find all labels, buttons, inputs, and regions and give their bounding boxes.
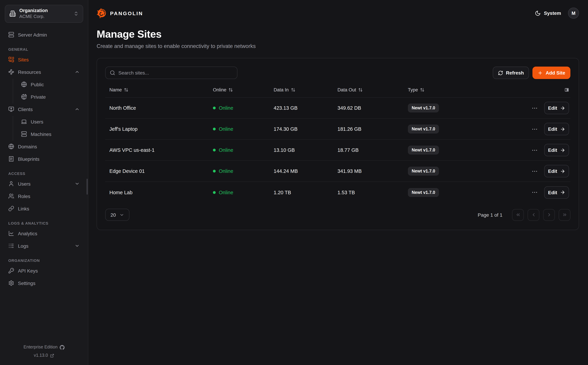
sidebar-item-private[interactable]: Private <box>18 91 83 103</box>
type-badge: Newt v1.7.0 <box>408 167 439 175</box>
column-header-name[interactable]: Name <box>105 87 209 92</box>
columns-toggle-button[interactable] <box>565 88 569 92</box>
site-data-out: 341.93 MB <box>333 168 404 174</box>
sort-icon <box>291 88 295 92</box>
page-status: Page 1 of 1 <box>478 212 502 218</box>
type-badge: Newt v1.7.0 <box>408 125 439 133</box>
theme-toggle[interactable]: System <box>535 10 561 16</box>
site-status: Online <box>209 168 269 174</box>
row-menu-button[interactable]: ⋯ <box>531 165 539 177</box>
first-page-button[interactable] <box>512 209 524 221</box>
sidebar-item-client-users[interactable]: Users <box>18 116 83 128</box>
column-header-actions <box>504 88 570 92</box>
sidebar-item-public[interactable]: Public <box>18 79 83 90</box>
sidebar-item-links[interactable]: Links <box>5 203 83 215</box>
column-header-online[interactable]: Online <box>209 87 269 92</box>
sidebar-item-users[interactable]: Users <box>5 178 83 190</box>
sidebar-item-api-keys[interactable]: API Keys <box>5 265 83 277</box>
column-header-data-out[interactable]: Data Out <box>333 87 404 92</box>
sort-icon <box>228 88 233 92</box>
org-switcher[interactable]: Organization ACME Corp. <box>5 5 83 23</box>
sidebar-item-settings[interactable]: Settings <box>5 277 83 289</box>
chart-line-icon <box>8 231 14 237</box>
sidebar-item-server-admin[interactable]: Server Admin <box>5 29 83 41</box>
arrow-right-icon <box>560 147 565 153</box>
site-data-out: 1.53 TB <box>333 190 404 195</box>
prev-page-button[interactable] <box>528 209 539 221</box>
org-text: Organization ACME Corp. <box>19 8 70 20</box>
page-size-value: 20 <box>110 212 116 218</box>
edit-label: Edit <box>548 105 557 111</box>
sort-icon <box>358 88 363 92</box>
version-label[interactable]: v1.13.0 <box>34 353 48 358</box>
sidebar-item-machines[interactable]: Machines <box>18 128 83 140</box>
sidebar-item-analytics[interactable]: Analytics <box>5 228 83 239</box>
table-header: Name Online Data In Data Out <box>105 84 570 98</box>
edit-button[interactable]: Edit <box>544 144 569 156</box>
receipt-icon <box>8 156 14 162</box>
column-header-data-in[interactable]: Data In <box>269 87 333 92</box>
site-type-cell: Newt v1.7.0 <box>404 104 504 112</box>
sort-icon <box>420 88 425 92</box>
sidebar-item-label: Sites <box>18 57 80 63</box>
column-label: Type <box>408 87 418 92</box>
last-page-button[interactable] <box>559 209 570 221</box>
combine-icon <box>8 57 14 63</box>
building-icon <box>9 11 16 17</box>
type-badge: Newt v1.7.0 <box>408 146 439 154</box>
sidebar-scrollbar[interactable] <box>86 179 87 195</box>
sidebar-item-label: Machines <box>31 131 80 137</box>
org-value: ACME Corp. <box>19 14 70 20</box>
column-header-type[interactable]: Type <box>404 87 504 92</box>
site-type-cell: Newt v1.7.0 <box>404 188 504 197</box>
sidebar-item-clients[interactable]: Clients <box>5 104 83 115</box>
pagination: 20 Page 1 of 1 <box>105 209 570 221</box>
site-name: Edge Device 01 <box>105 168 209 174</box>
sidebar-item-label: Private <box>31 94 80 100</box>
sites-table: Name Online Data In Data Out <box>105 84 570 203</box>
page-size-select[interactable]: 20 <box>105 209 129 221</box>
online-dot-icon <box>213 170 216 173</box>
sidebar-item-domains[interactable]: Domains <box>5 141 83 153</box>
sites-toolbar: Refresh Add Site <box>105 67 570 79</box>
next-page-button[interactable] <box>543 209 555 221</box>
main-content: PANGOLIN System M Manage Sites Create an… <box>88 0 588 365</box>
sidebar-item-sites[interactable]: Sites <box>5 54 83 66</box>
add-site-button[interactable]: Add Site <box>532 67 570 79</box>
online-dot-icon <box>213 107 216 109</box>
refresh-button[interactable]: Refresh <box>493 67 529 79</box>
row-menu-button[interactable]: ⋯ <box>531 144 539 156</box>
section-organization: ORGANIZATION <box>8 258 80 263</box>
clients-subnav: Users Machines <box>13 116 83 141</box>
sidebar-item-label: Server Admin <box>18 32 80 38</box>
edit-button[interactable]: Edit <box>544 102 569 114</box>
row-menu-button[interactable]: ⋯ <box>531 123 539 135</box>
online-label: Online <box>219 126 233 132</box>
online-label: Online <box>219 147 233 153</box>
app-root: Organization ACME Corp. Server Admin GEN… <box>0 0 588 365</box>
avatar[interactable]: M <box>568 7 579 19</box>
org-label: Organization <box>19 8 70 14</box>
edit-button[interactable]: Edit <box>544 165 569 177</box>
sidebar-item-roles[interactable]: Roles <box>5 190 83 202</box>
edit-button[interactable]: Edit <box>544 186 569 198</box>
edit-label: Edit <box>548 168 557 174</box>
row-menu-button[interactable]: ⋯ <box>531 102 539 114</box>
topbar: PANGOLIN System M <box>97 6 579 20</box>
sidebar-item-resources[interactable]: Resources <box>5 66 83 78</box>
section-general: GENERAL <box>8 47 80 51</box>
chevrons-right-icon <box>562 212 567 217</box>
brand-logo[interactable]: PANGOLIN <box>97 8 143 18</box>
sidebar-item-logs[interactable]: Logs <box>5 240 83 252</box>
row-menu-button[interactable]: ⋯ <box>531 186 539 198</box>
external-link-icon[interactable] <box>50 353 54 358</box>
edit-label: Edit <box>548 190 557 195</box>
sidebar-item-label: Resources <box>18 69 71 75</box>
section-logs-analytics: LOGS & ANALYTICS <box>8 221 80 225</box>
github-icon[interactable] <box>60 345 64 350</box>
edit-button[interactable]: Edit <box>544 123 569 135</box>
sidebar-item-blueprints[interactable]: Blueprints <box>5 153 83 165</box>
arrow-right-icon <box>560 126 565 132</box>
online-dot-icon <box>213 128 216 130</box>
search-input[interactable] <box>118 70 233 76</box>
